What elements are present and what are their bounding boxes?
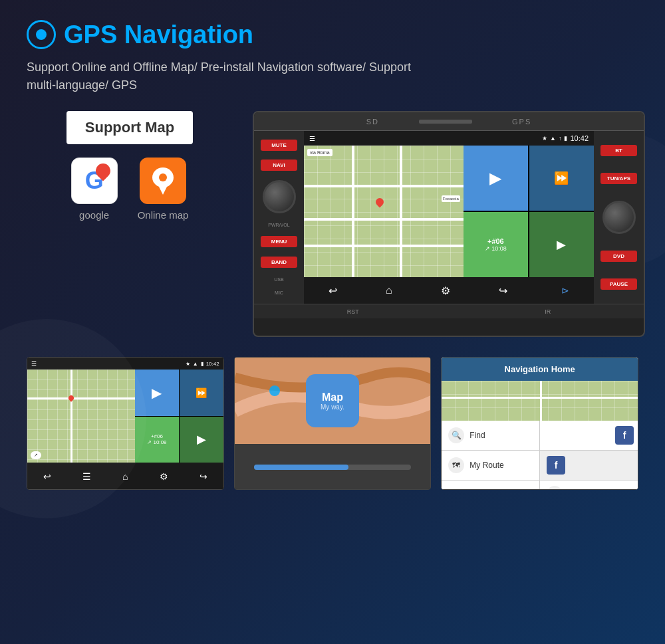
unit-slot: [419, 120, 472, 124]
home-nav-icon[interactable]: ⌂: [386, 284, 392, 296]
android-status-bar: ☰ ★ ▲ ↑ ▮ 10:42: [304, 131, 594, 146]
wifi-icon: ▲: [550, 135, 556, 142]
svg-marker-2: [158, 185, 168, 195]
bt-icon: ★: [542, 135, 547, 142]
svg-point-4: [269, 385, 280, 396]
header-section: GPS Navigation: [27, 20, 638, 49]
ss3-header: Navigation Home: [442, 358, 638, 381]
ss1-road-h: [27, 397, 135, 399]
facebook-icon: f: [615, 426, 634, 445]
navi-button[interactable]: NAVI: [261, 160, 297, 171]
status-icons: ★ ▲ ↑ ▮ 10:42: [542, 134, 589, 142]
find-icon: 🔍: [448, 427, 464, 443]
signal-icon: ↑: [559, 135, 562, 142]
fb-button[interactable]: f: [540, 421, 638, 450]
content-area: Support Map G google: [27, 111, 638, 337]
unit-top-bar: SD GPS: [254, 112, 644, 131]
online-map-icon: [140, 158, 186, 204]
ss1-settings-icon[interactable]: ⚙: [160, 471, 168, 482]
left-panel: Support Map G google: [27, 111, 233, 221]
bt-button[interactable]: BT: [600, 145, 637, 156]
settings-fb-button[interactable]: f: [540, 451, 638, 480]
ss1-main: ↗ ▶ ⏩ +#06 ↗ 10:08 ▶: [27, 370, 223, 463]
google-pin-shape: [92, 160, 113, 181]
volume-knob[interactable]: [263, 180, 296, 213]
find-button[interactable]: 🔍 Find: [442, 421, 539, 450]
pwr-vol-label: PWR/VOL: [268, 223, 289, 227]
ss1-wifi-icon: ▲: [193, 361, 198, 367]
online-map-pin-container: [140, 158, 186, 204]
ir-label[interactable]: IR: [545, 308, 551, 315]
online-map-item: Online map: [138, 158, 189, 221]
exit-nav-icon[interactable]: ↪: [499, 284, 507, 297]
rst-label[interactable]: RST: [347, 308, 359, 315]
support-map-badge: Support Map: [66, 111, 193, 144]
map-road-v1: [352, 146, 354, 277]
tile-play: ▶: [464, 146, 528, 211]
android-nav-bar: ↩ ⌂ ⚙ ↪ ⊳: [304, 277, 594, 304]
tile-nav-info: +#06 ↗ 10:08: [464, 212, 528, 277]
dvd-button[interactable]: DVD: [600, 251, 637, 262]
google-maps-icon: G: [71, 158, 118, 204]
ss1-bt-icon: ★: [186, 361, 190, 367]
mic-label: MIC: [275, 290, 283, 295]
ss3-map-grid: [442, 381, 638, 421]
ss1-compass-icon: ↗: [34, 453, 38, 458]
ss1-time: 10:42: [206, 361, 219, 367]
play-icon: ▶: [489, 169, 501, 187]
myroute-label: My Route: [469, 461, 503, 470]
settings-icon: ⚙: [547, 486, 563, 490]
tun-aps-button[interactable]: TUN/APS: [600, 173, 637, 184]
tile-time: ↗ 10:08: [485, 245, 507, 252]
ss1-ff-icon: ⏩: [196, 387, 207, 398]
map-road-h2: [304, 218, 464, 221]
google-pin: [96, 163, 110, 178]
band-button[interactable]: BAND: [261, 257, 297, 268]
go-arrow-icon: ▶: [557, 237, 566, 252]
right-knob[interactable]: [602, 201, 636, 234]
ss2-map-app-icon: Map My way.: [306, 374, 359, 427]
unit-left-controls: MUTE NAVI PWR/VOL MENU BAND USB MIC: [254, 131, 304, 304]
back-nav-icon[interactable]: ↩: [329, 284, 337, 297]
showmap-button[interactable]: Show Map: [442, 481, 539, 490]
unit-bottom-bar: RST IR: [254, 304, 644, 318]
page-title: GPS Navigation: [64, 21, 253, 49]
settings-nav-icon[interactable]: ⚙: [441, 284, 450, 297]
screenshot-map-app: Map My way.: [234, 357, 432, 490]
ss1-tile-ff: ⏩: [180, 370, 223, 416]
map-nav-icon[interactable]: ⊳: [561, 285, 569, 296]
google-label: google: [79, 209, 109, 221]
ss1-exit-icon[interactable]: ↪: [200, 471, 207, 482]
ss2-map-sub: My way.: [321, 403, 344, 411]
map-road-h3: [304, 245, 464, 247]
usb-label: USB: [274, 277, 283, 282]
ss3-road-v: [540, 381, 542, 421]
android-main: via Roma Focaccia ▶: [304, 146, 594, 277]
battery-icon: ▮: [564, 135, 567, 142]
main-container: GPS Navigation Support Online and Offlin…: [0, 0, 665, 644]
map-road-v2: [400, 146, 402, 277]
car-head-unit: SD GPS MUTE NAVI PWR/VOL MENU BAND USB: [253, 111, 645, 337]
settings-label: Settings: [568, 489, 597, 490]
ss2-map-icon-container: Map My way.: [306, 374, 359, 427]
online-map-label: Online map: [138, 209, 189, 221]
gps-icon-inner: [36, 29, 47, 40]
settings-button[interactable]: ⚙ Settings: [540, 481, 638, 490]
ss1-map-grid: ↗: [27, 370, 135, 463]
pause-button[interactable]: PAUSE: [600, 278, 637, 290]
ss1-status-icons: ★ ▲ ▮ 10:42: [186, 361, 219, 367]
ss1-road-v: [70, 370, 72, 463]
map-road-h1: [304, 185, 464, 187]
menu-button[interactable]: MENU: [261, 236, 297, 247]
screenshot-nav-home: Navigation Home 🔍 Find f 🗺: [441, 357, 638, 490]
ss1-go-icon: ▶: [197, 432, 206, 447]
subtitle-text: Support Online and Offline Map/ Pre-inst…: [27, 58, 426, 94]
mute-button[interactable]: MUTE: [261, 140, 297, 151]
myroute-button[interactable]: 🗺 My Route: [442, 451, 539, 480]
ss1-map-display: ↗: [27, 370, 135, 463]
gps-icon: [27, 20, 56, 49]
ss1-map-pin: [67, 395, 74, 402]
ss2-map-visual: Map My way.: [235, 358, 431, 444]
find-label: Find: [469, 431, 485, 440]
unit-sd-label: SD: [366, 118, 379, 126]
